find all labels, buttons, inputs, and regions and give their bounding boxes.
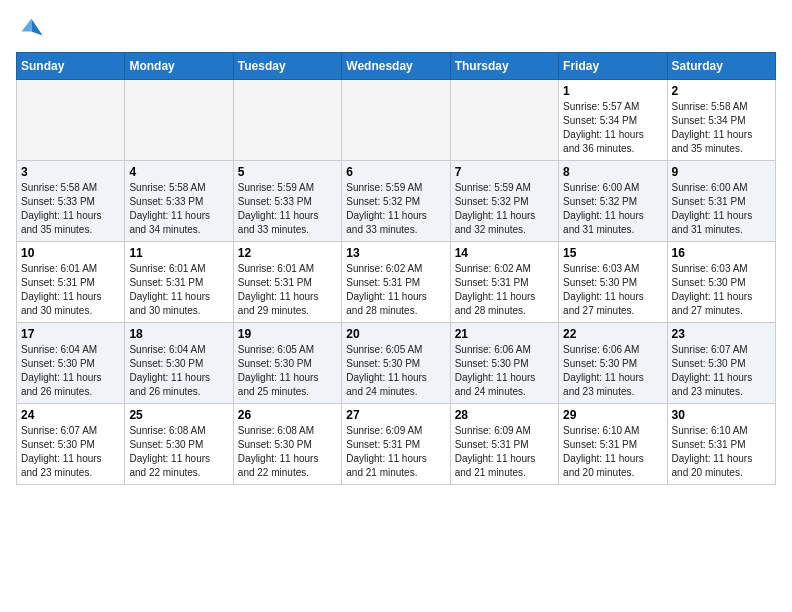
calendar-cell: 2Sunrise: 5:58 AM Sunset: 5:34 PM Daylig… xyxy=(667,80,775,161)
day-info: Sunrise: 6:10 AM Sunset: 5:31 PM Dayligh… xyxy=(672,424,771,480)
weekday-header-friday: Friday xyxy=(559,53,667,80)
day-number: 28 xyxy=(455,408,554,422)
day-number: 25 xyxy=(129,408,228,422)
day-info: Sunrise: 6:06 AM Sunset: 5:30 PM Dayligh… xyxy=(455,343,554,399)
day-info: Sunrise: 6:04 AM Sunset: 5:30 PM Dayligh… xyxy=(129,343,228,399)
calendar-cell xyxy=(233,80,341,161)
day-number: 7 xyxy=(455,165,554,179)
day-info: Sunrise: 6:03 AM Sunset: 5:30 PM Dayligh… xyxy=(672,262,771,318)
day-info: Sunrise: 5:58 AM Sunset: 5:33 PM Dayligh… xyxy=(129,181,228,237)
calendar-cell: 28Sunrise: 6:09 AM Sunset: 5:31 PM Dayli… xyxy=(450,404,558,485)
svg-marker-1 xyxy=(22,19,32,32)
day-info: Sunrise: 5:58 AM Sunset: 5:33 PM Dayligh… xyxy=(21,181,120,237)
calendar-cell: 29Sunrise: 6:10 AM Sunset: 5:31 PM Dayli… xyxy=(559,404,667,485)
calendar-cell: 3Sunrise: 5:58 AM Sunset: 5:33 PM Daylig… xyxy=(17,161,125,242)
calendar-cell: 14Sunrise: 6:02 AM Sunset: 5:31 PM Dayli… xyxy=(450,242,558,323)
calendar-cell: 9Sunrise: 6:00 AM Sunset: 5:31 PM Daylig… xyxy=(667,161,775,242)
day-info: Sunrise: 6:00 AM Sunset: 5:31 PM Dayligh… xyxy=(672,181,771,237)
calendar-cell xyxy=(17,80,125,161)
logo-icon xyxy=(16,16,44,44)
page: SundayMondayTuesdayWednesdayThursdayFrid… xyxy=(0,0,792,501)
calendar-week-row: 17Sunrise: 6:04 AM Sunset: 5:30 PM Dayli… xyxy=(17,323,776,404)
day-info: Sunrise: 5:59 AM Sunset: 5:32 PM Dayligh… xyxy=(455,181,554,237)
calendar-cell: 19Sunrise: 6:05 AM Sunset: 5:30 PM Dayli… xyxy=(233,323,341,404)
calendar-cell: 5Sunrise: 5:59 AM Sunset: 5:33 PM Daylig… xyxy=(233,161,341,242)
calendar-cell: 10Sunrise: 6:01 AM Sunset: 5:31 PM Dayli… xyxy=(17,242,125,323)
day-info: Sunrise: 6:01 AM Sunset: 5:31 PM Dayligh… xyxy=(129,262,228,318)
day-number: 12 xyxy=(238,246,337,260)
calendar-table: SundayMondayTuesdayWednesdayThursdayFrid… xyxy=(16,52,776,485)
day-number: 8 xyxy=(563,165,662,179)
calendar-cell: 1Sunrise: 5:57 AM Sunset: 5:34 PM Daylig… xyxy=(559,80,667,161)
day-number: 27 xyxy=(346,408,445,422)
calendar-week-row: 10Sunrise: 6:01 AM Sunset: 5:31 PM Dayli… xyxy=(17,242,776,323)
weekday-header-monday: Monday xyxy=(125,53,233,80)
calendar-cell: 12Sunrise: 6:01 AM Sunset: 5:31 PM Dayli… xyxy=(233,242,341,323)
day-number: 26 xyxy=(238,408,337,422)
day-number: 17 xyxy=(21,327,120,341)
weekday-header-sunday: Sunday xyxy=(17,53,125,80)
calendar-cell: 13Sunrise: 6:02 AM Sunset: 5:31 PM Dayli… xyxy=(342,242,450,323)
calendar-cell: 11Sunrise: 6:01 AM Sunset: 5:31 PM Dayli… xyxy=(125,242,233,323)
calendar-cell: 21Sunrise: 6:06 AM Sunset: 5:30 PM Dayli… xyxy=(450,323,558,404)
calendar-body: 1Sunrise: 5:57 AM Sunset: 5:34 PM Daylig… xyxy=(17,80,776,485)
calendar-cell: 8Sunrise: 6:00 AM Sunset: 5:32 PM Daylig… xyxy=(559,161,667,242)
day-info: Sunrise: 5:58 AM Sunset: 5:34 PM Dayligh… xyxy=(672,100,771,156)
day-number: 5 xyxy=(238,165,337,179)
calendar-cell: 27Sunrise: 6:09 AM Sunset: 5:31 PM Dayli… xyxy=(342,404,450,485)
weekday-header-saturday: Saturday xyxy=(667,53,775,80)
calendar-cell: 4Sunrise: 5:58 AM Sunset: 5:33 PM Daylig… xyxy=(125,161,233,242)
calendar-cell: 26Sunrise: 6:08 AM Sunset: 5:30 PM Dayli… xyxy=(233,404,341,485)
calendar-header: SundayMondayTuesdayWednesdayThursdayFrid… xyxy=(17,53,776,80)
calendar-cell: 6Sunrise: 5:59 AM Sunset: 5:32 PM Daylig… xyxy=(342,161,450,242)
calendar-cell xyxy=(342,80,450,161)
day-number: 24 xyxy=(21,408,120,422)
day-number: 3 xyxy=(21,165,120,179)
day-number: 15 xyxy=(563,246,662,260)
calendar-cell: 15Sunrise: 6:03 AM Sunset: 5:30 PM Dayli… xyxy=(559,242,667,323)
day-info: Sunrise: 6:04 AM Sunset: 5:30 PM Dayligh… xyxy=(21,343,120,399)
day-number: 20 xyxy=(346,327,445,341)
day-info: Sunrise: 6:05 AM Sunset: 5:30 PM Dayligh… xyxy=(238,343,337,399)
day-info: Sunrise: 6:09 AM Sunset: 5:31 PM Dayligh… xyxy=(455,424,554,480)
day-info: Sunrise: 6:01 AM Sunset: 5:31 PM Dayligh… xyxy=(21,262,120,318)
calendar-week-row: 24Sunrise: 6:07 AM Sunset: 5:30 PM Dayli… xyxy=(17,404,776,485)
calendar-cell: 18Sunrise: 6:04 AM Sunset: 5:30 PM Dayli… xyxy=(125,323,233,404)
day-number: 19 xyxy=(238,327,337,341)
calendar-cell: 30Sunrise: 6:10 AM Sunset: 5:31 PM Dayli… xyxy=(667,404,775,485)
day-info: Sunrise: 6:03 AM Sunset: 5:30 PM Dayligh… xyxy=(563,262,662,318)
day-number: 2 xyxy=(672,84,771,98)
calendar-cell: 25Sunrise: 6:08 AM Sunset: 5:30 PM Dayli… xyxy=(125,404,233,485)
calendar-cell: 17Sunrise: 6:04 AM Sunset: 5:30 PM Dayli… xyxy=(17,323,125,404)
day-info: Sunrise: 6:02 AM Sunset: 5:31 PM Dayligh… xyxy=(455,262,554,318)
weekday-header-thursday: Thursday xyxy=(450,53,558,80)
weekday-header-tuesday: Tuesday xyxy=(233,53,341,80)
calendar-cell xyxy=(450,80,558,161)
calendar-cell: 7Sunrise: 5:59 AM Sunset: 5:32 PM Daylig… xyxy=(450,161,558,242)
day-info: Sunrise: 6:05 AM Sunset: 5:30 PM Dayligh… xyxy=(346,343,445,399)
day-number: 4 xyxy=(129,165,228,179)
day-number: 21 xyxy=(455,327,554,341)
day-number: 10 xyxy=(21,246,120,260)
calendar-cell: 22Sunrise: 6:06 AM Sunset: 5:30 PM Dayli… xyxy=(559,323,667,404)
weekday-header-wednesday: Wednesday xyxy=(342,53,450,80)
day-info: Sunrise: 6:08 AM Sunset: 5:30 PM Dayligh… xyxy=(238,424,337,480)
day-number: 14 xyxy=(455,246,554,260)
day-number: 11 xyxy=(129,246,228,260)
day-number: 22 xyxy=(563,327,662,341)
day-info: Sunrise: 5:59 AM Sunset: 5:33 PM Dayligh… xyxy=(238,181,337,237)
day-number: 18 xyxy=(129,327,228,341)
day-info: Sunrise: 6:07 AM Sunset: 5:30 PM Dayligh… xyxy=(21,424,120,480)
day-info: Sunrise: 6:00 AM Sunset: 5:32 PM Dayligh… xyxy=(563,181,662,237)
day-info: Sunrise: 6:09 AM Sunset: 5:31 PM Dayligh… xyxy=(346,424,445,480)
svg-marker-0 xyxy=(31,19,42,36)
logo xyxy=(16,16,48,44)
day-info: Sunrise: 5:59 AM Sunset: 5:32 PM Dayligh… xyxy=(346,181,445,237)
calendar-cell: 20Sunrise: 6:05 AM Sunset: 5:30 PM Dayli… xyxy=(342,323,450,404)
day-info: Sunrise: 6:06 AM Sunset: 5:30 PM Dayligh… xyxy=(563,343,662,399)
day-info: Sunrise: 6:10 AM Sunset: 5:31 PM Dayligh… xyxy=(563,424,662,480)
calendar-cell: 16Sunrise: 6:03 AM Sunset: 5:30 PM Dayli… xyxy=(667,242,775,323)
calendar-cell xyxy=(125,80,233,161)
day-number: 1 xyxy=(563,84,662,98)
day-number: 23 xyxy=(672,327,771,341)
